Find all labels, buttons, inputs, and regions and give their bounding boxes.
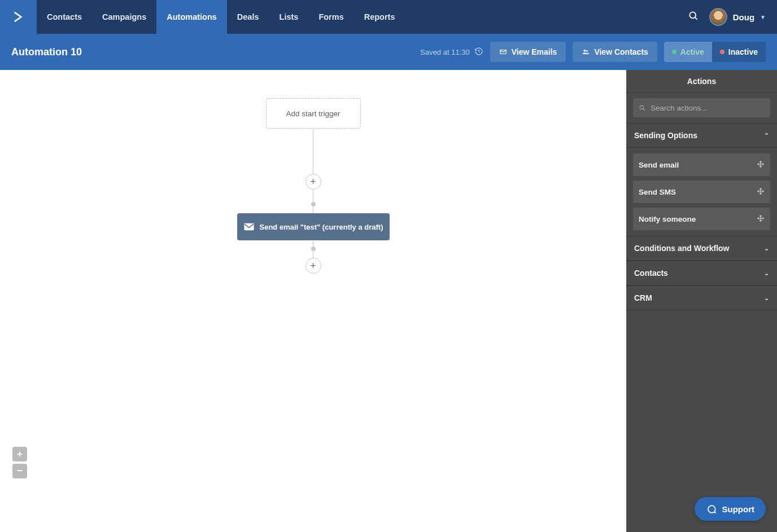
svg-point-6 xyxy=(640,105,644,109)
section-title: Sending Options xyxy=(634,131,697,140)
connector-line xyxy=(313,240,314,247)
section-sending-options-body: Send email Send SMS Notify someone xyxy=(626,148,777,236)
action-send-email-pill[interactable]: Send email xyxy=(633,153,770,176)
section-title: Conditions and Workflow xyxy=(634,244,730,253)
actions-panel-header: Actions xyxy=(626,70,777,93)
section-sending-options[interactable]: Sending Options ⌃ xyxy=(626,123,777,148)
nav-item-forms[interactable]: Forms xyxy=(308,0,353,34)
chevron-down-icon: ⌄ xyxy=(764,294,769,302)
top-nav: Contacts Campaigns Automations Deals Lis… xyxy=(0,0,777,34)
nav-item-contacts[interactable]: Contacts xyxy=(37,0,92,34)
connector-line xyxy=(313,190,314,202)
chevron-up-icon: ⌃ xyxy=(764,132,769,139)
status-inactive-label: Inactive xyxy=(728,47,758,56)
svg-rect-5 xyxy=(244,223,254,230)
contacts-icon xyxy=(582,48,590,56)
section-conditions[interactable]: Conditions and Workflow ⌄ xyxy=(626,236,777,261)
view-emails-label: View Emails xyxy=(512,47,557,56)
move-icon xyxy=(757,214,765,224)
actions-search-wrap xyxy=(626,93,777,123)
chevron-down-icon: ⌄ xyxy=(764,270,769,277)
add-start-trigger[interactable]: Add start trigger xyxy=(266,98,361,129)
search-icon xyxy=(639,104,646,112)
section-title: Contacts xyxy=(634,269,668,278)
section-title: CRM xyxy=(634,293,652,302)
email-icon xyxy=(243,223,255,231)
nav-item-deals[interactable]: Deals xyxy=(227,0,269,34)
main: Add start trigger + Send email "test" (c… xyxy=(0,70,777,532)
action-label: Send email xyxy=(639,161,679,169)
nav-item-automations[interactable]: Automations xyxy=(156,0,227,34)
action-send-email[interactable]: Send email "test" (currently a draft) xyxy=(237,213,390,240)
connector-line xyxy=(313,251,314,258)
chat-icon xyxy=(706,504,717,515)
move-icon xyxy=(757,160,765,170)
view-contacts-label: View Contacts xyxy=(594,47,648,56)
view-emails-button[interactable]: View Emails xyxy=(490,42,566,62)
logo-icon xyxy=(11,10,26,24)
move-icon xyxy=(757,187,765,197)
actions-search-input[interactable] xyxy=(651,104,765,112)
chevron-down-icon: ▼ xyxy=(760,14,766,20)
support-label: Support xyxy=(722,504,755,514)
status-inactive-button[interactable]: Inactive xyxy=(712,42,766,62)
actions-panel: Actions Sending Options ⌃ Send email Sen… xyxy=(626,70,777,532)
saved-status: Saved at 11:30 xyxy=(420,47,483,58)
connector-dot xyxy=(311,202,316,206)
svg-point-4 xyxy=(586,50,588,52)
status-active-dot-icon xyxy=(672,50,676,54)
section-contacts[interactable]: Contacts ⌄ xyxy=(626,261,777,285)
svg-point-0 xyxy=(689,12,696,18)
status-toggle: Active Inactive xyxy=(664,42,766,62)
logo[interactable] xyxy=(0,0,37,34)
svg-line-7 xyxy=(643,108,645,110)
action-block-label: Send email "test" (currently a draft) xyxy=(260,223,383,231)
action-notify-pill[interactable]: Notify someone xyxy=(633,208,770,230)
automation-canvas[interactable]: Add start trigger + Send email "test" (c… xyxy=(0,70,626,532)
email-icon xyxy=(499,48,507,56)
automation-title: Automation 10 xyxy=(11,46,82,58)
action-label: Notify someone xyxy=(639,215,696,223)
section-crm[interactable]: CRM ⌄ xyxy=(626,285,777,310)
status-inactive-dot-icon xyxy=(720,50,724,54)
connector-dot xyxy=(311,247,316,251)
action-label: Send SMS xyxy=(639,188,676,196)
connector-line xyxy=(313,129,314,174)
view-contacts-button[interactable]: View Contacts xyxy=(573,42,657,62)
nav-item-reports[interactable]: Reports xyxy=(354,0,405,34)
zoom-in-button[interactable]: + xyxy=(12,447,27,461)
svg-line-1 xyxy=(695,17,697,20)
user-menu[interactable]: Doug ▼ xyxy=(709,8,766,26)
add-node-2[interactable]: + xyxy=(305,258,321,274)
add-node-1[interactable]: + xyxy=(305,174,321,190)
svg-point-3 xyxy=(584,50,586,52)
history-icon[interactable] xyxy=(474,47,483,58)
action-send-sms-pill[interactable]: Send SMS xyxy=(633,181,770,203)
actions-search[interactable] xyxy=(633,98,770,117)
status-active-button[interactable]: Active xyxy=(664,42,712,62)
user-name: Doug xyxy=(733,12,754,22)
connector-line xyxy=(313,206,314,213)
nav-items: Contacts Campaigns Automations Deals Lis… xyxy=(37,0,405,34)
saved-text: Saved at 11:30 xyxy=(420,48,469,56)
zoom-controls: + − xyxy=(12,447,27,478)
status-active-label: Active xyxy=(680,47,704,56)
nav-item-lists[interactable]: Lists xyxy=(269,0,309,34)
nav-item-campaigns[interactable]: Campaigns xyxy=(92,0,156,34)
support-button[interactable]: Support xyxy=(695,497,766,521)
top-nav-right: Doug ▼ xyxy=(688,0,777,34)
flow: Add start trigger + Send email "test" (c… xyxy=(200,98,426,274)
sub-header-right: Saved at 11:30 View Emails View Contacts… xyxy=(420,42,766,62)
chevron-down-icon: ⌄ xyxy=(764,245,769,252)
zoom-out-button[interactable]: − xyxy=(12,464,27,478)
search-icon[interactable] xyxy=(688,10,699,24)
sub-header: Automation 10 Saved at 11:30 View Emails… xyxy=(0,34,777,70)
avatar xyxy=(709,8,727,26)
